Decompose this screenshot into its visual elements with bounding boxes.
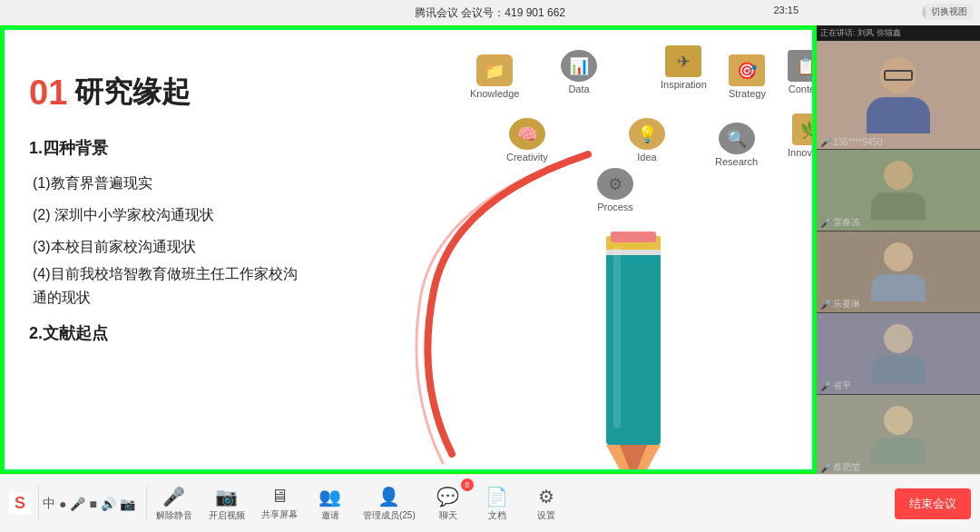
network-icon: 中 [43, 496, 55, 512]
participant-3-badge: 🎤 省平 [820, 379, 851, 392]
settings-icon: ⚙ [538, 486, 554, 507]
participant-1-name: 雷春冻 [833, 216, 860, 229]
svg-rect-5 [611, 232, 656, 242]
slide-title: 01 研究缘起 [29, 73, 446, 113]
speaker-header: 正在讲话: 刘凤 你猫鑫 [817, 25, 980, 41]
participant-video-2: 🎤 乐蔓琳 [817, 232, 980, 313]
members-label: 管理成员(25) [363, 509, 416, 522]
innovation-label: Innovation [788, 147, 817, 158]
participant-2-name: 乐蔓琳 [833, 298, 860, 310]
switch-view-button[interactable]: 切换视图 [926, 4, 973, 20]
strategy-label: Strategy [729, 88, 766, 99]
content-label: Content [789, 84, 817, 94]
s-logo: S [9, 493, 31, 515]
item2: (2) 深圳中小学家校沟通现状 [29, 199, 446, 231]
section2-title: 2.文献起点 [29, 316, 446, 352]
idea-icon-item: 💡 Idea [629, 118, 665, 163]
toolbar-logo-area: S [9, 486, 43, 522]
slide-body: 1.四种背景 (1)教育界普遍现实 (2) 深圳中小学家校沟通现状 (3)本校目… [29, 131, 446, 352]
participant-video-3: 🎤 省平 [817, 313, 980, 395]
video-icon: 📷 [215, 486, 238, 507]
chat-button-wrap: 💬 聊天 8 [426, 482, 470, 526]
data-label: Data [568, 84, 589, 94]
chat-label: 聊天 [439, 509, 457, 522]
title-bar: 腾讯会议 会议号：419 901 662 ─ □ ✕ [0, 0, 980, 25]
main-speaker-video: 🎤 136****9450 [817, 41, 980, 150]
meeting-title: 腾讯会议 会议号：419 901 662 [415, 5, 565, 21]
slide-content: 📁 Knowledge 📊 Data ✈ Inspiration 🎯 Strat… [2, 27, 815, 472]
innovation-icon-item: 🌿 Innovation [788, 113, 817, 158]
end-button-container: 结束会议 [895, 488, 971, 519]
slide-text-content: 01 研究缘起 1.四种背景 (1)教育界普遍现实 (2) 深圳中小学家校沟通现… [29, 54, 446, 352]
members-icon: 👤 [377, 486, 400, 507]
mute-button[interactable]: 🎤 解除静音 [151, 482, 198, 526]
knowledge-icon-item: 📁 Knowledge [470, 54, 519, 99]
settings-button[interactable]: ⚙ 设置 [524, 482, 568, 526]
participant-video-1: 🎤 雷春冻 [817, 150, 980, 232]
chat-badge: 8 [461, 478, 474, 491]
share-icon: 🖥 [270, 486, 289, 507]
end-meeting-button[interactable]: 结束会议 [895, 488, 971, 519]
strategy-icon-item: 🎯 Strategy [729, 54, 766, 99]
time-display: 23:15 [773, 5, 799, 15]
speaker-phone: 136****9450 [833, 137, 883, 147]
item4: (4)目前我校培智教育做班主任工作家校沟 通的现状 [29, 262, 446, 309]
slide-number: 01 [29, 74, 67, 113]
data-icon-item: 📊 Data [561, 50, 597, 94]
toolbar-divider-2 [146, 486, 147, 522]
participant-4-name: 蔡肥莹 [833, 461, 860, 474]
toolbar-buttons: 🎤 解除静音 📷 开启视频 🖥 共享屏幕 👥 邀请 👤 管理成员(25) 💬 聊… [151, 482, 568, 526]
item1: (1)教育界普遍现实 [29, 167, 446, 199]
docs-label: 文档 [488, 509, 506, 522]
speaking-label: 正在讲话: 刘凤 你猫鑫 [820, 27, 901, 39]
mute-button-wrap: 🎤 解除静音 [151, 482, 198, 526]
process-icon-item: ⚙ Process [597, 168, 633, 212]
chat-icon: 💬 [436, 486, 459, 507]
toolbar-divider-1 [38, 486, 39, 522]
main-area: 正在讲话: 刘凤 你猫鑫 📁 Knowledge 📊 Data ✈ [0, 25, 980, 474]
settings-label: 设置 [537, 509, 555, 522]
mute-icon: 🎤 [162, 486, 185, 507]
participant-video-4: 🎤 蔡肥莹 [817, 395, 980, 474]
toolbar: S 中 ● 🎤 ■ 🔊 📷 🎤 解除静音 📷 开启视频 🖥 共享屏幕 👥 邀请 [0, 474, 980, 532]
participant-3-name: 省平 [833, 379, 851, 392]
share-screen-button[interactable]: 🖥 共享屏幕 [256, 482, 303, 525]
presentation-area: 正在讲话: 刘凤 你猫鑫 📁 Knowledge 📊 Data ✈ [0, 25, 817, 474]
video-button[interactable]: 📷 开启视频 [203, 482, 250, 526]
inspiration-icon-item: ✈ Inspiration [661, 45, 707, 90]
status-icons-area: 中 ● 🎤 ■ 🔊 📷 [43, 496, 135, 512]
section1-title: 1.四种背景 [29, 131, 446, 167]
creativity-label: Creativity [506, 152, 548, 163]
research-icon-item: 🔍 Research [715, 123, 758, 167]
speaker-icon: 🔊 [101, 497, 116, 511]
creativity-icon-item: 🧠 Creativity [506, 118, 548, 163]
process-label: Process [597, 202, 633, 212]
inspiration-label: Inspiration [661, 79, 707, 90]
video-label: 开启视频 [209, 509, 245, 522]
participant-1-badge: 🎤 雷春冻 [820, 216, 860, 229]
pencil-illustration [579, 227, 742, 474]
mic-status-icon: 🎤 [70, 497, 85, 511]
invite-label: 邀请 [321, 509, 339, 522]
content-icon-item: 📋 Content [788, 50, 817, 94]
participant-2-badge: 🎤 乐蔓琳 [820, 298, 860, 310]
mute-label: 解除静音 [156, 509, 192, 522]
svg-rect-6 [613, 247, 621, 429]
manage-members-button[interactable]: 👤 管理成员(25) [358, 482, 421, 526]
speaker-phone-badge: 🎤 136****9450 [820, 137, 883, 147]
idea-label: Idea [637, 152, 656, 163]
share-label: 共享屏幕 [261, 508, 298, 521]
slide-title-text: 研究缘起 [74, 73, 191, 113]
invite-button[interactable]: 👥 邀请 [309, 482, 352, 526]
knowledge-label: Knowledge [470, 88, 519, 99]
stop-icon: ■ [89, 497, 96, 511]
icons-cluster: 📁 Knowledge 📊 Data ✈ Inspiration 🎯 Strat… [416, 36, 797, 218]
docs-icon: 📄 [485, 486, 508, 507]
participant-4-badge: 🎤 蔡肥莹 [820, 461, 860, 474]
signal-icon: ● [59, 497, 66, 511]
camera-status-icon: 📷 [120, 497, 135, 511]
research-label: Research [715, 156, 758, 167]
right-sidebar: 正在讲话: 刘凤 你猫鑫 🎤 136****9450 [817, 25, 980, 474]
docs-button[interactable]: 📄 文档 [475, 482, 519, 526]
invite-icon: 👥 [318, 486, 341, 507]
